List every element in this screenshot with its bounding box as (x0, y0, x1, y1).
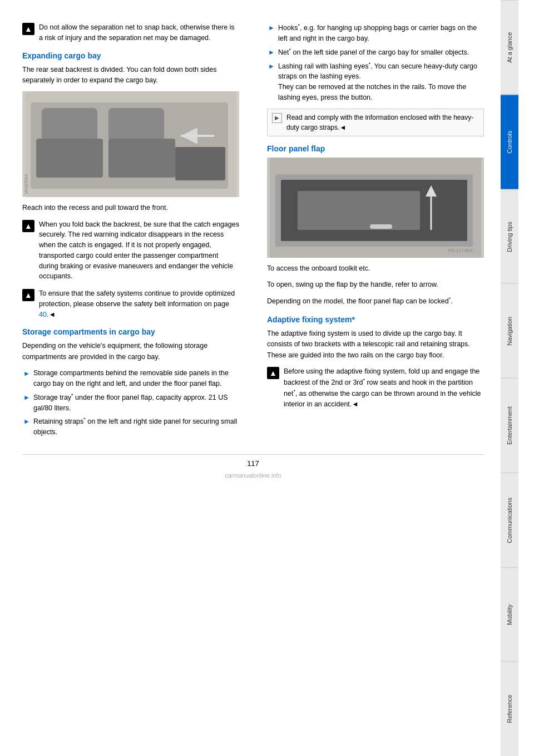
bullet-text: Lashing rail with lashing eyes*. You can… (278, 61, 484, 103)
warning-box-1: ▲ Do not allow the separation net to sna… (22, 22, 239, 43)
bullet-text: Hooks*, e.g. for hanging up shopping bag… (278, 22, 484, 44)
adaptive-body: The adaptive fixing system is used to di… (267, 328, 484, 361)
bullet-text: Net* on the left side panel of the cargo… (278, 47, 469, 58)
floor-panel-image: HG11745A (267, 158, 484, 258)
warning-text-adaptive: Before using the adaptive fixing system,… (284, 366, 484, 409)
svg-rect-5 (108, 139, 175, 178)
expanding-cargo-body: The rear seat backrest is divided. You c… (22, 65, 239, 86)
svg-rect-16 (370, 224, 392, 229)
warning-icon-1: ▲ (22, 23, 34, 35)
bullet-arrow-icon: ► (268, 47, 275, 58)
storage-heading: Storage compartments in cargo bay (22, 327, 239, 336)
bullet-arrow-icon: ► (23, 369, 30, 389)
right-bullet-list: ► Hooks*, e.g. for hanging up shopping b… (267, 22, 484, 103)
right-sidebar: At a glance Controls Driving tips Naviga… (501, 0, 518, 756)
bullet-arrow-icon: ► (23, 392, 30, 414)
bullet-text: Retaining straps* on the left and right … (33, 416, 239, 438)
cargo-bay-image: VA00584 (22, 91, 239, 197)
svg-rect-13 (298, 191, 420, 230)
sidebar-tab-navigation[interactable]: Navigation (501, 283, 518, 378)
bullet-arrow-icon: ► (268, 23, 275, 44)
svg-rect-8 (175, 147, 225, 180)
warning-box-3: ▲ To ensure that the safety systems cont… (22, 288, 239, 320)
bullet-arrow-icon: ► (23, 416, 30, 438)
warning-box-2: ▲ When you fold back the backrest, be su… (22, 219, 239, 282)
list-item: ► Net* on the left side panel of the car… (267, 47, 484, 58)
reach-text: Reach into the recess and pull toward th… (22, 203, 239, 213)
main-content: ▲ Do not allow the separation net to sna… (0, 0, 501, 756)
watermark-bottom: carmanualonline.info (22, 472, 484, 479)
svg-rect-2 (42, 108, 97, 141)
warning-text-1: Do not allow the separation net to snap … (39, 22, 239, 43)
svg-text:HG11745A: HG11745A (448, 248, 473, 253)
bullet-text: Storage tray* under the floor panel flap… (33, 392, 239, 414)
bullet-text: Storage compartments behind the removabl… (33, 368, 239, 389)
note-box: ▶ Read and comply with the information e… (267, 109, 484, 136)
lock-text: Depending on the model, the floor panel … (267, 296, 484, 307)
list-item: ► Storage tray* under the floor panel fl… (22, 392, 239, 414)
sidebar-tab-at-a-glance[interactable]: At a glance (501, 0, 518, 95)
warning-text-3: To ensure that the safety systems contin… (39, 288, 239, 320)
svg-rect-3 (108, 108, 164, 141)
list-item: ► Retaining straps* on the left and righ… (22, 416, 239, 438)
svg-text:VA00584: VA00584 (23, 174, 29, 194)
sidebar-tab-entertainment[interactable]: Entertainment (501, 378, 518, 473)
left-column: ▲ Do not allow the separation net to sna… (22, 22, 245, 443)
warning-icon-2: ▲ (22, 220, 34, 232)
open-text: To open, swing up the flap by the handle… (267, 279, 484, 290)
sidebar-tab-controls[interactable]: Controls (501, 95, 518, 189)
expanding-cargo-heading: Expanding cargo bay (22, 51, 239, 60)
list-item: ► Storage compartments behind the remova… (22, 368, 239, 389)
svg-rect-4 (36, 139, 103, 178)
right-column: ► Hooks*, e.g. for hanging up shopping b… (261, 22, 484, 443)
floor-panel-heading: Floor panel flap (267, 144, 484, 153)
warning-text-2: When you fold back the backrest, be sure… (39, 219, 239, 282)
note-text: Read and comply with the information enc… (286, 112, 479, 132)
note-icon: ▶ (272, 113, 282, 123)
sidebar-tab-driving-tips[interactable]: Driving tips (501, 189, 518, 284)
list-item: ► Lashing rail with lashing eyes*. You c… (267, 61, 484, 103)
bullet-arrow-icon: ► (268, 61, 275, 103)
storage-bullet-list: ► Storage compartments behind the remova… (22, 368, 239, 438)
warning-icon-adaptive: ▲ (267, 367, 279, 379)
page-number: 117 (22, 454, 484, 468)
access-text: To access the onboard toolkit etc. (267, 263, 484, 274)
warning-box-adaptive: ▲ Before using the adaptive fixing syste… (267, 366, 484, 409)
sidebar-tabs: At a glance Controls Driving tips Naviga… (501, 0, 518, 756)
sidebar-tab-communications[interactable]: Communications (501, 473, 518, 567)
list-item: ► Hooks*, e.g. for hanging up shopping b… (267, 22, 484, 44)
adaptive-fixing-heading: Adaptive fixing system* (267, 315, 484, 324)
sidebar-tab-reference[interactable]: Reference (501, 661, 518, 756)
page-40-link[interactable]: 40 (39, 311, 47, 318)
storage-body: Depending on the vehicle's equipment, th… (22, 341, 239, 362)
warning-icon-3: ▲ (22, 289, 34, 301)
sidebar-tab-mobility[interactable]: Mobility (501, 567, 518, 662)
